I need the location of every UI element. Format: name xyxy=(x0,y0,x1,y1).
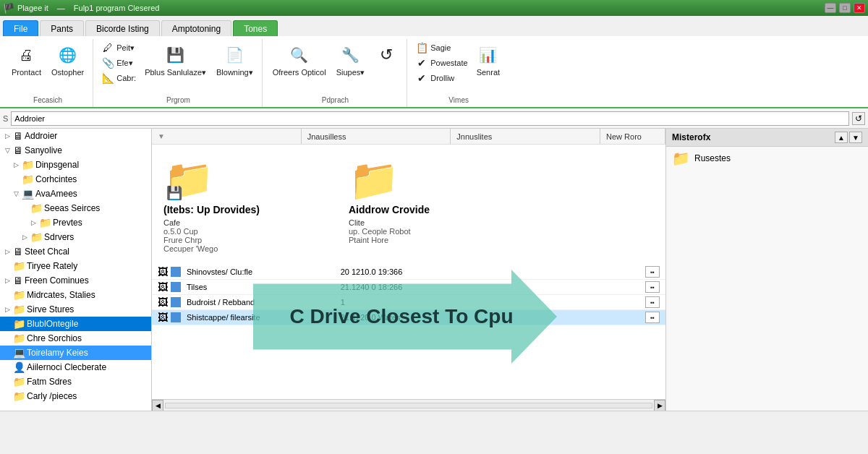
sidebar-item-dinpsgenal[interactable]: ▷ 📁 Dinpsgenal xyxy=(0,158,151,172)
tab-tones[interactable]: Tones xyxy=(233,20,278,36)
ribbon-btn-powestate[interactable]: ✔ Powestate xyxy=(413,56,470,70)
right-pane-header: Misterofx ▲ ▼ xyxy=(666,129,868,147)
header-name[interactable]: ▼ xyxy=(152,129,302,144)
scroll-track[interactable] xyxy=(165,403,652,408)
folder-icon12: 📁 xyxy=(13,390,25,402)
tab-pants[interactable]: Pants xyxy=(40,20,84,36)
file-checkbox[interactable]: ▪▪ xyxy=(645,266,660,278)
scroll-left-button[interactable]: ◀ xyxy=(152,400,163,411)
ribbon: 🖨 Prontact 🌐 Ostopher Fecasich 🖊 Peit▾ 📎… xyxy=(0,36,868,108)
sidebar-item-corhcintes[interactable]: 📁 Corhcintes xyxy=(0,172,151,187)
right-pane-nav: ▲ ▼ xyxy=(835,132,862,143)
sidebar-item-seeas[interactable]: 📁 Seeas Seirces xyxy=(0,201,151,215)
ribbon-tabs: File Pants Bicorde Isting Amptotoning To… xyxy=(0,16,868,36)
sidebar-item-tiryee[interactable]: 📁 Tiryee Rately xyxy=(0,259,151,273)
folder-large-icon2: 📁 xyxy=(349,156,399,204)
ribbon-btn-blowning[interactable]: 📄 Blowning▾ xyxy=(212,40,258,80)
title-bar-left: 🏴 Plagee it — Fulp1 program Clesered xyxy=(3,3,159,14)
ribbon-group-items-pdprach: 🔍 Ofreers Opticol 🔧 Siupes▾ ↺ xyxy=(268,40,403,96)
folder-icon4: 📁 xyxy=(39,217,51,228)
file-checkbox4[interactable]: ▪▪ xyxy=(645,312,660,323)
file-checkbox3[interactable]: ▪▪ xyxy=(645,296,660,308)
tab-bicorde[interactable]: Bicorde Isting xyxy=(85,20,160,36)
folder-item-aiddrow[interactable]: 📁 Aiddrow Crovide Clite up. Ceople Robot… xyxy=(349,156,493,244)
folder-icon11: 📁 xyxy=(13,376,25,387)
ribbon-group-items: 🖨 Prontact 🌐 Ostopher xyxy=(7,40,88,96)
ribbon-btn-sagie[interactable]: 📋 Sagie xyxy=(413,40,470,55)
right-pane-item-rusestes[interactable]: 📁 Rusestes xyxy=(666,147,868,170)
file-color-icon4 xyxy=(171,312,181,322)
ribbon-btn-siupes[interactable]: 🔧 Siupes▾ xyxy=(332,40,370,80)
expand-icon: ▷ xyxy=(3,305,12,314)
folder-icon10: 📁 xyxy=(13,333,25,344)
file-color-icon xyxy=(171,267,181,277)
ribbon-col-vimes: 📋 Sagie ✔ Powestate ✔ Drolliw xyxy=(413,40,470,85)
sidebar-item-freen[interactable]: ▷ 🖥 Freen Cominues xyxy=(0,273,151,288)
ribbon-group-vimes: 📋 Sagie ✔ Powestate ✔ Drolliw 📊 Senrat V… xyxy=(409,39,509,107)
scroll-right-button[interactable]: ▶ xyxy=(654,400,665,411)
sidebar-item-chre[interactable]: 📁 Chre Sorchios xyxy=(0,331,151,346)
folder-icon: 📁 xyxy=(22,159,34,171)
sidebar-item-fatm[interactable]: 📁 Fatm Sdres xyxy=(0,374,151,389)
title-text: Plagee it xyxy=(17,4,48,12)
tab-file[interactable]: File xyxy=(3,20,38,36)
app-icon: 🏴 xyxy=(3,3,14,14)
ribbon-btn-peit[interactable]: 🖊 Peit▾ xyxy=(99,40,139,55)
ribbon-btn-drolliw[interactable]: ✔ Drolliw xyxy=(413,71,470,85)
horizontal-scrollbar[interactable]: ◀ ▶ xyxy=(152,399,665,411)
expand-icon xyxy=(3,363,12,372)
right-pane: Misterofx ▲ ▼ 📁 Rusestes xyxy=(665,129,868,411)
sidebar-item-midrcates[interactable]: 📁 Midrcates, Stalies xyxy=(0,288,151,302)
file-header: ▼ Jnausilless Jnnuslites New Roro xyxy=(152,129,665,145)
check-icon: ✔ xyxy=(416,57,427,69)
file-checkbox2[interactable]: ▪▪ xyxy=(645,281,660,293)
header-jnnuslites[interactable]: Jnnuslites xyxy=(451,129,600,144)
sidebar-item-steet[interactable]: ▷ 🖥 Steet Chcal xyxy=(0,244,151,259)
computer-icon3: 🖥 xyxy=(13,246,23,257)
expand-icon: ▽ xyxy=(3,146,12,155)
sidebar-item-avaamees[interactable]: ▽ 💻 AvаAmees xyxy=(0,187,151,201)
address-input[interactable] xyxy=(11,111,849,126)
header-jnausilless[interactable]: Jnausilless xyxy=(302,129,451,144)
ribbon-btn-ostopher[interactable]: 🌐 Ostopher xyxy=(47,40,88,80)
status-bar xyxy=(0,411,868,427)
file-row-shinovstes[interactable]: 🖼 Shinovstes/ Clu:fle 20 1210.0 19:366 ▪… xyxy=(152,265,665,280)
folder-icon3: 📁 xyxy=(30,202,43,214)
sidebar-item-carly[interactable]: 📁 Carly /pieces xyxy=(0,389,151,403)
expand-icon xyxy=(20,204,29,213)
expand-icon: ▷ xyxy=(20,233,29,241)
folder-item-itebs[interactable]: 📁 💾 (Itebs: Up Drovides) Cafe o.5.0 Cup … xyxy=(163,156,308,253)
ribbon-btn-cabr[interactable]: 📐 Cabr: xyxy=(99,71,139,85)
minimize-button[interactable]: — xyxy=(825,3,836,13)
sidebar: ▷ 🖥 Addroier ▽ 🖥 Sanyolive ▷ 📁 Dinpsgena… xyxy=(0,129,152,411)
expand-icon xyxy=(3,320,12,328)
tab-amptotoning[interactable]: Amptotoning xyxy=(161,20,231,36)
ribbon-btn-ofreers[interactable]: 🔍 Ofreers Opticol xyxy=(268,40,331,80)
nav-down-button[interactable]: ▼ xyxy=(849,132,862,143)
sidebar-item-sanyolive[interactable]: ▽ 🖥 Sanyolive xyxy=(0,143,151,158)
sidebar-item-addroier[interactable]: ▷ 🖥 Addroier xyxy=(0,129,151,143)
ribbon-btn-efe[interactable]: 📎 Efe▾ xyxy=(99,56,139,70)
sidebar-item-toirelamy[interactable]: 💻 Toirelamy Keies xyxy=(0,346,151,360)
ribbon-btn-prontact[interactable]: 🖨 Prontact xyxy=(7,40,46,80)
ribbon-btn-refresh[interactable]: ↺ xyxy=(370,40,402,69)
computer-icon: 🖥 xyxy=(13,130,23,142)
ribbon-btn-pblus[interactable]: 💾 Pblus Sanlulaze▾ xyxy=(140,40,210,80)
ribbon-btn-senrat[interactable]: 📊 Senrat xyxy=(472,40,504,80)
address-refresh-button[interactable]: ↺ xyxy=(852,112,865,125)
file-type-icon3: 🖼 xyxy=(158,296,168,308)
file-type-icon4: 🖼 xyxy=(158,312,168,323)
nav-up-button[interactable]: ▲ xyxy=(835,132,848,143)
ribbon-col-small: 🖊 Peit▾ 📎 Efe▾ 📐 Cabr: xyxy=(99,40,139,85)
sidebar-item-sirve[interactable]: ▷ 📁 Sirve Stures xyxy=(0,302,151,317)
close-button[interactable]: ✕ xyxy=(854,3,865,13)
sidebar-item-blublontegile[interactable]: 📁 BlublOntegile xyxy=(0,317,151,331)
ribbon-group-prgrom: 🖊 Peit▾ 📎 Efe▾ 📐 Cabr: 💾 Pblus Sanlulaze… xyxy=(95,39,262,107)
ribbon-group-items-vimes: 📋 Sagie ✔ Powestate ✔ Drolliw 📊 Senrat xyxy=(413,40,504,96)
maximize-button[interactable]: □ xyxy=(839,3,851,13)
sidebar-item-prevtes[interactable]: ▷ 📁 Prevtes xyxy=(0,215,151,230)
sidebar-item-sdrvers[interactable]: ▷ 📁 Sdrvers xyxy=(0,230,151,244)
header-newroro[interactable]: New Roro xyxy=(600,129,665,144)
sidebar-item-aiilernoci[interactable]: 👤 Aiilernoci Clecberate xyxy=(0,360,151,374)
refresh-icon: ↺ xyxy=(375,43,398,67)
